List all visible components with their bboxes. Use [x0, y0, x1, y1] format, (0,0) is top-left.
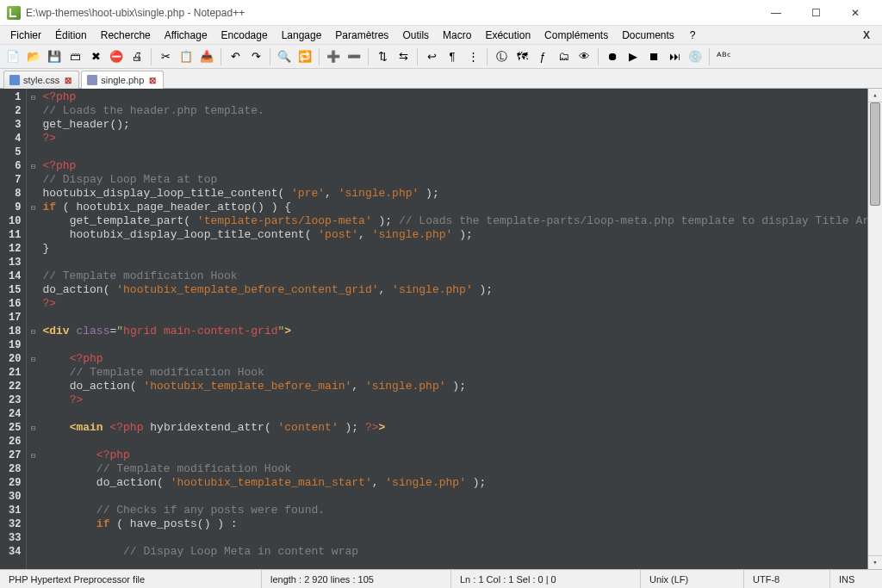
code-line[interactable]: [42, 145, 867, 159]
record-icon[interactable]: ⏺: [603, 47, 622, 66]
vertical-scrollbar[interactable]: ▴ ▾: [867, 89, 882, 569]
indent-guide-icon[interactable]: ⋮: [463, 47, 482, 66]
close-icon[interactable]: ✖: [86, 47, 105, 66]
zoom-in-icon[interactable]: ➕: [324, 47, 343, 66]
menu-macro[interactable]: Macro: [436, 27, 478, 44]
new-file-icon[interactable]: 📄: [3, 47, 22, 66]
tab-style-css[interactable]: style.css⊠: [3, 71, 79, 89]
play-icon[interactable]: ▶: [624, 47, 643, 66]
menu-fichier[interactable]: Fichier: [3, 27, 48, 44]
fold-column[interactable]: [27, 89, 39, 569]
fold-toggle-icon[interactable]: [27, 325, 39, 338]
copy-icon[interactable]: 📋: [177, 47, 196, 66]
menu-documents[interactable]: Documents: [615, 27, 681, 44]
fold-toggle-icon[interactable]: [27, 352, 39, 366]
save-icon[interactable]: 💾: [45, 47, 64, 66]
redo-icon[interactable]: ↷: [246, 47, 265, 66]
code-line[interactable]: ?>: [42, 393, 867, 407]
maximize-button[interactable]: ☐: [796, 0, 835, 26]
code-line[interactable]: // Template modification Hook: [42, 462, 867, 476]
code-line[interactable]: hootubix_display_loop_title_content( 'pr…: [42, 187, 867, 201]
menu-affichage[interactable]: Affichage: [158, 27, 214, 44]
fold-toggle-icon[interactable]: [27, 449, 39, 462]
code-line[interactable]: // Dispay Loop Meta in content wrap: [42, 545, 867, 559]
code-line[interactable]: // Loads the header.php template.: [42, 104, 867, 118]
scrollbar-thumb[interactable]: [870, 102, 880, 206]
code-line[interactable]: get_template_part( 'template-parts/loop-…: [42, 214, 867, 228]
scroll-up-arrow-icon[interactable]: ▴: [868, 89, 882, 102]
code-line[interactable]: // Template modification Hook: [42, 269, 867, 283]
all-chars-icon[interactable]: ¶: [443, 47, 462, 66]
spellcheck-icon[interactable]: ᴬᴮᶜ: [714, 47, 733, 66]
paste-icon[interactable]: 📥: [197, 47, 216, 66]
tab-single-php[interactable]: single.php⊠: [81, 71, 164, 89]
code-line[interactable]: // Dispay Loop Meta at top: [42, 173, 867, 187]
print-icon[interactable]: 🖨: [127, 47, 146, 66]
fold-toggle-icon[interactable]: [27, 201, 39, 214]
status-eol[interactable]: Unix (LF): [641, 570, 744, 588]
menu-edition[interactable]: Édition: [48, 27, 94, 44]
code-line[interactable]: [42, 490, 867, 504]
menu-parametres[interactable]: Paramètres: [328, 27, 395, 44]
code-line[interactable]: [42, 256, 867, 269]
code-line[interactable]: do_action( 'hootubix_template_main_start…: [42, 476, 867, 490]
menu-encodage[interactable]: Encodage: [214, 27, 275, 44]
code-line[interactable]: [42, 311, 867, 325]
func-list-icon[interactable]: ƒ: [533, 47, 552, 66]
code-line[interactable]: get_header();: [42, 118, 867, 132]
sync-v-icon[interactable]: ⇅: [373, 47, 392, 66]
menu-langage[interactable]: Langage: [275, 27, 329, 44]
close-all-icon[interactable]: ⛔: [107, 47, 126, 66]
code-line[interactable]: <?php: [42, 352, 867, 366]
fold-toggle-icon[interactable]: [27, 159, 39, 173]
code-line[interactable]: // Checks if any posts were found.: [42, 504, 867, 517]
find-icon[interactable]: 🔍: [275, 47, 294, 66]
code-line[interactable]: }: [42, 242, 867, 256]
code-line[interactable]: [42, 338, 867, 352]
minimize-button[interactable]: —: [756, 0, 796, 26]
replace-icon[interactable]: 🔁: [295, 47, 314, 66]
tab-close-icon[interactable]: ⊠: [65, 76, 71, 85]
code-line[interactable]: <main <?php hybridextend_attr( 'content'…: [42, 421, 867, 435]
code-line[interactable]: [42, 435, 867, 449]
menu-complements[interactable]: Compléments: [537, 27, 615, 44]
menu-execution[interactable]: Exécution: [478, 27, 537, 44]
undo-icon[interactable]: ↶: [226, 47, 245, 66]
save-macro-icon[interactable]: 💿: [686, 47, 705, 66]
code-line[interactable]: <?php: [42, 159, 867, 173]
code-line[interactable]: ?>: [42, 132, 867, 145]
code-line[interactable]: <div class="hgrid main-content-grid">: [42, 325, 867, 338]
menubar-close-x[interactable]: X: [854, 29, 879, 41]
menu-outils[interactable]: Outils: [395, 27, 436, 44]
stop-icon[interactable]: ⏹: [644, 47, 663, 66]
code-line[interactable]: if ( have_posts() ) :: [42, 517, 867, 531]
code-editor[interactable]: 1234567891011121314151617181920212223242…: [0, 89, 882, 569]
wrap-icon[interactable]: ↩: [422, 47, 441, 66]
cut-icon[interactable]: ✂: [156, 47, 175, 66]
zoom-out-icon[interactable]: ➖: [345, 47, 363, 66]
monitor-icon[interactable]: 👁: [575, 47, 593, 66]
save-all-icon[interactable]: 🗃: [65, 47, 84, 66]
code-line[interactable]: [42, 531, 867, 545]
doc-map-icon[interactable]: 🗺: [512, 47, 531, 66]
menu-[interactable]: ?: [683, 27, 703, 44]
code-line[interactable]: hootubix_display_loop_title_content( 'po…: [42, 228, 867, 242]
lang-icon[interactable]: Ⓛ: [492, 47, 511, 66]
menu-recherche[interactable]: Recherche: [94, 27, 158, 44]
scroll-down-arrow-icon[interactable]: ▾: [868, 555, 882, 569]
status-insert-mode[interactable]: INS: [830, 570, 882, 588]
code-area[interactable]: <?php// Loads the header.php template.ge…: [39, 89, 867, 569]
code-line[interactable]: ?>: [42, 297, 867, 311]
sync-h-icon[interactable]: ⇆: [394, 47, 413, 66]
code-line[interactable]: // Template modification Hook: [42, 366, 867, 380]
status-encoding[interactable]: UTF-8: [744, 570, 830, 588]
fold-toggle-icon[interactable]: [27, 90, 39, 104]
code-line[interactable]: do_action( 'hootubix_template_before_mai…: [42, 380, 867, 393]
tab-close-icon[interactable]: ⊠: [149, 76, 156, 85]
code-line[interactable]: <?php: [42, 449, 867, 462]
open-file-icon[interactable]: 📂: [24, 47, 43, 66]
fold-toggle-icon[interactable]: [27, 421, 39, 435]
code-line[interactable]: <?php: [42, 90, 867, 104]
code-line[interactable]: [42, 407, 867, 421]
code-line[interactable]: if ( hootubix_page_header_attop() ) {: [42, 201, 867, 214]
